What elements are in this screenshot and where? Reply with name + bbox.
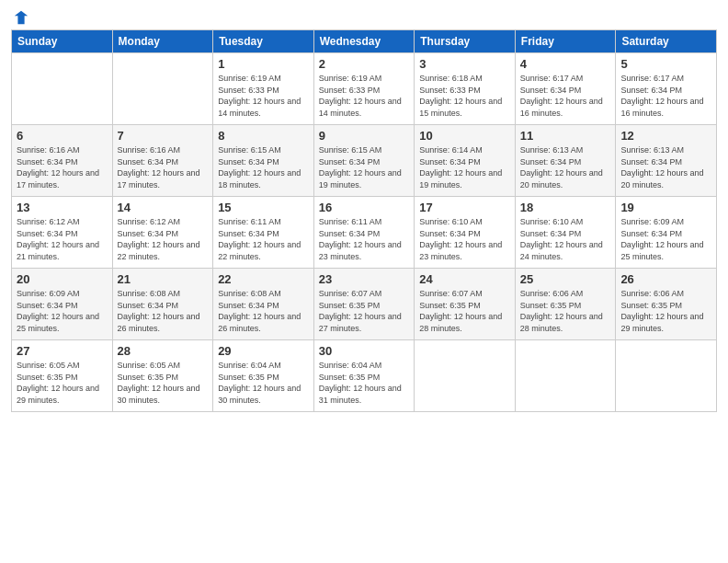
- calendar-cell: 28Sunrise: 6:05 AM Sunset: 6:35 PM Dayli…: [112, 340, 213, 412]
- day-number: 2: [319, 57, 410, 71]
- calendar-cell: 5Sunrise: 6:17 AM Sunset: 6:34 PM Daylig…: [616, 53, 717, 125]
- day-info: Sunrise: 6:06 AM Sunset: 6:35 PM Dayligh…: [620, 288, 711, 334]
- day-number: 5: [620, 57, 711, 71]
- day-number: 29: [218, 344, 309, 358]
- day-info: Sunrise: 6:08 AM Sunset: 6:34 PM Dayligh…: [118, 288, 209, 334]
- page-header: [11, 9, 717, 22]
- day-number: 28: [118, 344, 209, 358]
- day-number: 20: [17, 272, 108, 286]
- calendar-day-header: Thursday: [415, 30, 516, 53]
- calendar-cell: 22Sunrise: 6:08 AM Sunset: 6:34 PM Dayli…: [213, 269, 314, 340]
- day-number: 12: [620, 129, 711, 143]
- calendar-cell: 23Sunrise: 6:07 AM Sunset: 6:35 PM Dayli…: [313, 269, 415, 340]
- calendar-day-header: Sunday: [12, 30, 113, 53]
- calendar-cell: 9Sunrise: 6:15 AM Sunset: 6:34 PM Daylig…: [313, 125, 415, 197]
- day-number: 10: [419, 129, 510, 143]
- calendar-cell: 19Sunrise: 6:09 AM Sunset: 6:34 PM Dayli…: [616, 197, 717, 269]
- day-number: 19: [620, 201, 711, 214]
- calendar-cell: 20Sunrise: 6:09 AM Sunset: 6:34 PM Dayli…: [12, 269, 113, 340]
- day-number: 1: [218, 57, 309, 71]
- calendar-day-header: Wednesday: [313, 30, 415, 53]
- calendar-cell: 27Sunrise: 6:05 AM Sunset: 6:35 PM Dayli…: [12, 340, 113, 412]
- day-info: Sunrise: 6:05 AM Sunset: 6:35 PM Dayligh…: [118, 360, 209, 406]
- svg-marker-0: [15, 11, 28, 24]
- calendar-cell: 13Sunrise: 6:12 AM Sunset: 6:34 PM Dayli…: [12, 197, 113, 269]
- day-info: Sunrise: 6:07 AM Sunset: 6:35 PM Dayligh…: [419, 288, 510, 334]
- calendar-cell: 6Sunrise: 6:16 AM Sunset: 6:34 PM Daylig…: [12, 125, 113, 197]
- calendar-cell: 2Sunrise: 6:19 AM Sunset: 6:33 PM Daylig…: [313, 53, 415, 125]
- calendar-cell: 14Sunrise: 6:12 AM Sunset: 6:34 PM Dayli…: [112, 197, 213, 269]
- day-number: 16: [319, 201, 410, 214]
- day-info: Sunrise: 6:16 AM Sunset: 6:34 PM Dayligh…: [17, 144, 108, 190]
- day-info: Sunrise: 6:09 AM Sunset: 6:34 PM Dayligh…: [17, 288, 108, 334]
- calendar-cell: 10Sunrise: 6:14 AM Sunset: 6:34 PM Dayli…: [415, 125, 516, 197]
- day-info: Sunrise: 6:13 AM Sunset: 6:34 PM Dayligh…: [620, 144, 711, 190]
- day-info: Sunrise: 6:08 AM Sunset: 6:34 PM Dayligh…: [218, 288, 309, 334]
- calendar-week-row: 1Sunrise: 6:19 AM Sunset: 6:33 PM Daylig…: [12, 53, 717, 125]
- day-info: Sunrise: 6:18 AM Sunset: 6:33 PM Dayligh…: [419, 73, 510, 119]
- day-number: 13: [17, 201, 108, 214]
- day-info: Sunrise: 6:05 AM Sunset: 6:35 PM Dayligh…: [17, 360, 108, 406]
- calendar-day-header: Monday: [112, 30, 213, 53]
- day-number: 7: [118, 129, 209, 143]
- calendar-cell: 4Sunrise: 6:17 AM Sunset: 6:34 PM Daylig…: [515, 53, 616, 125]
- day-info: Sunrise: 6:10 AM Sunset: 6:34 PM Dayligh…: [419, 216, 510, 262]
- calendar-cell: 26Sunrise: 6:06 AM Sunset: 6:35 PM Dayli…: [616, 269, 717, 340]
- day-info: Sunrise: 6:12 AM Sunset: 6:34 PM Dayligh…: [17, 216, 108, 262]
- day-info: Sunrise: 6:17 AM Sunset: 6:34 PM Dayligh…: [620, 73, 711, 119]
- day-number: 26: [620, 272, 711, 286]
- calendar-cell: 25Sunrise: 6:06 AM Sunset: 6:35 PM Dayli…: [515, 269, 616, 340]
- day-info: Sunrise: 6:04 AM Sunset: 6:35 PM Dayligh…: [218, 360, 309, 406]
- calendar-cell: 18Sunrise: 6:10 AM Sunset: 6:34 PM Dayli…: [515, 197, 616, 269]
- day-info: Sunrise: 6:06 AM Sunset: 6:35 PM Dayligh…: [520, 288, 611, 334]
- day-info: Sunrise: 6:10 AM Sunset: 6:34 PM Dayligh…: [520, 216, 611, 262]
- day-info: Sunrise: 6:19 AM Sunset: 6:33 PM Dayligh…: [319, 73, 410, 119]
- day-number: 30: [319, 344, 410, 358]
- day-number: 25: [520, 272, 611, 286]
- day-number: 24: [419, 272, 510, 286]
- day-number: 11: [520, 129, 611, 143]
- calendar-cell: 7Sunrise: 6:16 AM Sunset: 6:34 PM Daylig…: [112, 125, 213, 197]
- day-number: 8: [218, 129, 309, 143]
- calendar-cell: [12, 53, 113, 125]
- calendar-cell: 16Sunrise: 6:11 AM Sunset: 6:34 PM Dayli…: [313, 197, 415, 269]
- calendar-week-row: 20Sunrise: 6:09 AM Sunset: 6:34 PM Dayli…: [12, 269, 717, 340]
- day-info: Sunrise: 6:11 AM Sunset: 6:34 PM Dayligh…: [218, 216, 309, 262]
- calendar-header-row: SundayMondayTuesdayWednesdayThursdayFrid…: [12, 30, 717, 53]
- calendar-cell: [616, 340, 717, 412]
- day-number: 15: [218, 201, 309, 214]
- day-number: 27: [17, 344, 108, 358]
- calendar-cell: 11Sunrise: 6:13 AM Sunset: 6:34 PM Dayli…: [515, 125, 616, 197]
- calendar-day-header: Saturday: [616, 30, 717, 53]
- day-number: 18: [520, 201, 611, 214]
- calendar-cell: 3Sunrise: 6:18 AM Sunset: 6:33 PM Daylig…: [415, 53, 516, 125]
- day-number: 21: [118, 272, 209, 286]
- calendar-cell: 29Sunrise: 6:04 AM Sunset: 6:35 PM Dayli…: [213, 340, 314, 412]
- calendar-table: SundayMondayTuesdayWednesdayThursdayFrid…: [11, 29, 717, 412]
- day-info: Sunrise: 6:14 AM Sunset: 6:34 PM Dayligh…: [419, 144, 510, 190]
- day-number: 6: [17, 129, 108, 143]
- day-number: 3: [419, 57, 510, 71]
- day-info: Sunrise: 6:11 AM Sunset: 6:34 PM Dayligh…: [319, 216, 410, 262]
- day-info: Sunrise: 6:16 AM Sunset: 6:34 PM Dayligh…: [118, 144, 209, 190]
- day-info: Sunrise: 6:04 AM Sunset: 6:35 PM Dayligh…: [319, 360, 410, 406]
- calendar-cell: 12Sunrise: 6:13 AM Sunset: 6:34 PM Dayli…: [616, 125, 717, 197]
- calendar-day-header: Tuesday: [213, 30, 314, 53]
- day-info: Sunrise: 6:13 AM Sunset: 6:34 PM Dayligh…: [520, 144, 611, 190]
- logo-flag-icon: [13, 9, 29, 26]
- calendar-cell: 8Sunrise: 6:15 AM Sunset: 6:34 PM Daylig…: [213, 125, 314, 197]
- calendar-week-row: 6Sunrise: 6:16 AM Sunset: 6:34 PM Daylig…: [12, 125, 717, 197]
- calendar-cell: 24Sunrise: 6:07 AM Sunset: 6:35 PM Dayli…: [415, 269, 516, 340]
- day-info: Sunrise: 6:15 AM Sunset: 6:34 PM Dayligh…: [319, 144, 410, 190]
- day-info: Sunrise: 6:19 AM Sunset: 6:33 PM Dayligh…: [218, 73, 309, 119]
- day-info: Sunrise: 6:09 AM Sunset: 6:34 PM Dayligh…: [620, 216, 711, 262]
- calendar-cell: 17Sunrise: 6:10 AM Sunset: 6:34 PM Dayli…: [415, 197, 516, 269]
- day-info: Sunrise: 6:15 AM Sunset: 6:34 PM Dayligh…: [218, 144, 309, 190]
- day-number: 22: [218, 272, 309, 286]
- calendar-day-header: Friday: [515, 30, 616, 53]
- day-number: 17: [419, 201, 510, 214]
- calendar-cell: 21Sunrise: 6:08 AM Sunset: 6:34 PM Dayli…: [112, 269, 213, 340]
- calendar-cell: 30Sunrise: 6:04 AM Sunset: 6:35 PM Dayli…: [313, 340, 415, 412]
- calendar-cell: [112, 53, 213, 125]
- day-number: 9: [319, 129, 410, 143]
